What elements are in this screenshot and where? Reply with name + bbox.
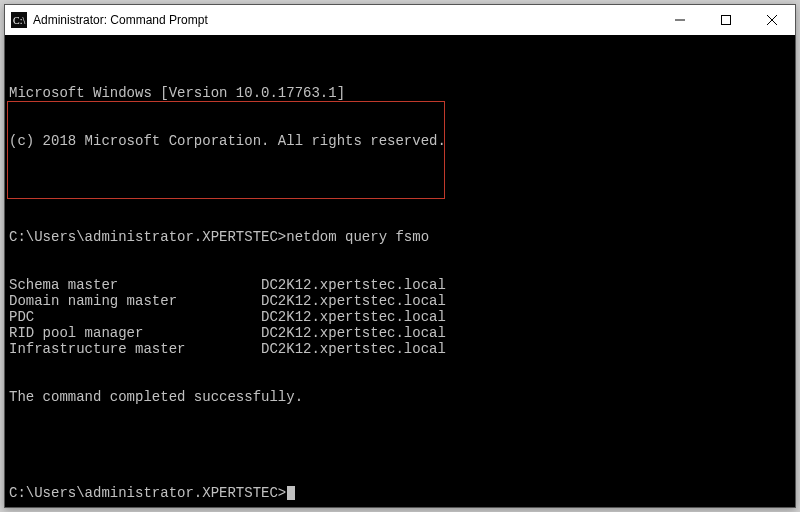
svg-text:C:\: C:\: [13, 15, 25, 26]
titlebar[interactable]: C:\ Administrator: Command Prompt: [5, 5, 795, 35]
maximize-icon: [721, 15, 731, 25]
prompt-path: C:\Users\administrator.XPERTSTEC>: [9, 229, 286, 245]
cursor: [287, 486, 295, 500]
fsmo-row: Infrastructure master DC2K12.xpertstec.l…: [9, 341, 791, 357]
svg-rect-3: [722, 16, 731, 25]
prompt-path: C:\Users\administrator.XPERTSTEC>: [9, 485, 286, 501]
fsmo-row: RID pool manager DC2K12.xpertstec.local: [9, 325, 791, 341]
blank-line: [9, 181, 791, 197]
prompt-line: C:\Users\administrator.XPERTSTEC>netdom …: [9, 229, 791, 245]
fsmo-row: PDC DC2K12.xpertstec.local: [9, 309, 791, 325]
minimize-button[interactable]: [657, 5, 703, 35]
fsmo-output: Schema master DC2K12.xpertstec.localDoma…: [9, 277, 791, 357]
terminal-area[interactable]: Microsoft Windows [Version 10.0.17763.1]…: [5, 35, 795, 507]
fsmo-row: Domain naming master DC2K12.xpertstec.lo…: [9, 293, 791, 309]
blank-line: [9, 437, 791, 453]
close-button[interactable]: [749, 5, 795, 35]
completion-line: The command completed successfully.: [9, 389, 791, 405]
minimize-icon: [675, 15, 685, 25]
banner-line: Microsoft Windows [Version 10.0.17763.1]: [9, 85, 791, 101]
close-icon: [767, 15, 777, 25]
cmd-icon: C:\: [11, 12, 27, 28]
banner-line: (c) 2018 Microsoft Corporation. All righ…: [9, 133, 791, 149]
maximize-button[interactable]: [703, 5, 749, 35]
prompt-command: netdom query fsmo: [286, 229, 429, 245]
command-prompt-window: C:\ Administrator: Command Prompt Micros…: [4, 4, 796, 508]
prompt-line: C:\Users\administrator.XPERTSTEC>: [9, 485, 791, 501]
fsmo-row: Schema master DC2K12.xpertstec.local: [9, 277, 791, 293]
window-title: Administrator: Command Prompt: [33, 13, 208, 27]
